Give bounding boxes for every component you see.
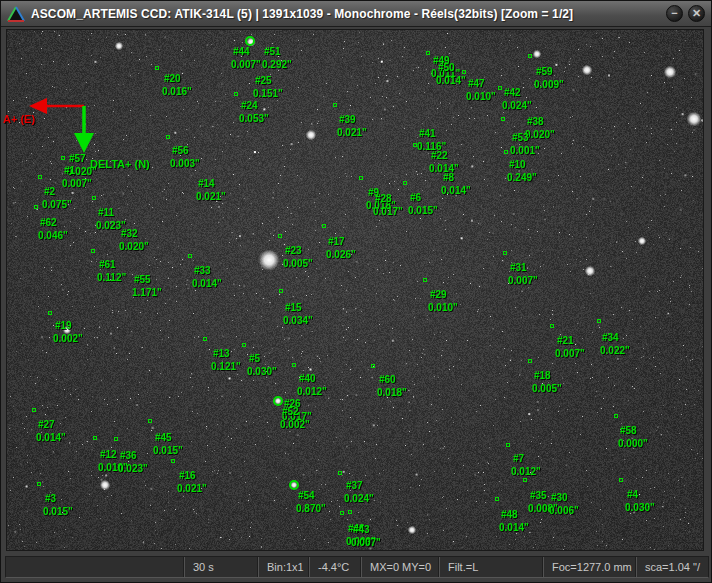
- star-label: #50: [438, 62, 455, 73]
- north-arrow-label: DELTA+ (N): [90, 158, 150, 170]
- star-marker: [279, 289, 283, 293]
- star-marker: [203, 337, 207, 341]
- star-value: 0.024": [344, 493, 374, 504]
- window-title: ASCOM_ARTEMIS CCD: ATIK-314L (5) | 1391x…: [31, 7, 573, 21]
- star-marker: [371, 364, 375, 368]
- star-circle-marker: [245, 36, 255, 46]
- star-marker: [359, 176, 363, 180]
- star-label: #21: [557, 335, 574, 346]
- star-marker: [38, 175, 42, 179]
- star-label: #62: [40, 217, 57, 228]
- star-label: #59: [536, 66, 553, 77]
- star-value: 0.022": [600, 345, 630, 356]
- star-label: #24: [241, 100, 258, 111]
- star-label: #10: [509, 159, 526, 170]
- star-label: #32: [121, 228, 138, 239]
- star-value: 0.014": [499, 522, 529, 533]
- star-label: #40: [299, 373, 316, 384]
- star-label: #14: [198, 178, 215, 189]
- star-value: 0.021": [337, 127, 367, 138]
- status-bar: 30 s Bin:1x1 -4.4°C MX=0 MY=0 Filt.=L Fo…: [5, 556, 709, 578]
- star-value: 0.015": [153, 445, 183, 456]
- star-label: #61: [99, 259, 116, 270]
- star-value: 0.021": [177, 483, 207, 494]
- star-label: #16: [179, 470, 196, 481]
- star-label: #11: [98, 207, 114, 218]
- star-value: 0.034": [283, 315, 313, 326]
- star-value: 0.020": [525, 129, 555, 140]
- status-pixel-scale: sca=1.04 "/: [636, 557, 708, 577]
- star-value: 0.000": [618, 438, 648, 449]
- star-value: 0.010": [428, 302, 458, 313]
- star-marker: [498, 86, 502, 90]
- star-value: 0.121": [211, 361, 241, 372]
- ccd-image-viewport[interactable]: A+ (E) DELTA+ (N) #440.007"#510.292"#200…: [6, 29, 704, 551]
- star-label: #33: [194, 265, 211, 276]
- star-marker: [37, 482, 41, 486]
- east-arrow-label: A+ (E): [3, 113, 35, 125]
- title-bar[interactable]: ASCOM_ARTEMIS CCD: ATIK-314L (5) | 1391x…: [1, 1, 711, 27]
- star-value: 0.017": [373, 206, 403, 217]
- minimize-button[interactable]: −: [666, 5, 683, 22]
- star-label: #29: [430, 289, 447, 300]
- star-marker: [506, 443, 510, 447]
- star-marker: [92, 196, 96, 200]
- star-marker: [242, 343, 246, 347]
- star-label: #44: [233, 46, 250, 57]
- star-label: #27: [38, 419, 55, 430]
- star-value: 0.020": [119, 241, 149, 252]
- star-label: #8: [443, 172, 454, 183]
- star-value: 0.002": [280, 419, 310, 430]
- star-label: #41: [419, 128, 436, 139]
- star-value: 0.007": [62, 178, 92, 189]
- status-temperature: -4.4°C: [309, 557, 361, 577]
- star-label: #1: [64, 165, 75, 176]
- star-circle-marker: [273, 396, 283, 406]
- star-marker: [619, 478, 623, 482]
- star-label: #20: [164, 73, 181, 84]
- star-value: 0.024": [502, 100, 532, 111]
- star-marker: [32, 408, 36, 412]
- star-value: 0.005": [283, 258, 313, 269]
- star-marker: [426, 51, 430, 55]
- star-value: 0.014": [441, 185, 471, 196]
- star-label: #13: [213, 348, 230, 359]
- star-label: #57: [69, 153, 86, 164]
- star-value: 0.014": [36, 432, 66, 443]
- star-label: #3: [45, 493, 56, 504]
- star-value: 0.005": [532, 383, 562, 394]
- star-marker: [501, 117, 505, 121]
- star-value: 0.016": [162, 86, 192, 97]
- star-label: #7: [513, 453, 524, 464]
- star-value: 0.075": [42, 199, 72, 210]
- close-button[interactable]: ✕: [688, 5, 705, 22]
- star-label: #30: [551, 492, 568, 503]
- star-label: #56: [172, 145, 189, 156]
- star-value: 0.006": [549, 505, 579, 516]
- star-value: 0.007": [351, 537, 381, 548]
- star-marker: [148, 419, 152, 423]
- star-value: 0.112": [97, 272, 126, 283]
- star-value: 0.018": [377, 387, 407, 398]
- star-label: #48: [501, 509, 518, 520]
- star-value: 0.001": [510, 145, 540, 156]
- star-marker: [550, 324, 554, 328]
- status-filter: Filt.=L: [439, 557, 543, 577]
- star-marker: [523, 478, 527, 482]
- status-exposure: 30 s: [184, 557, 258, 577]
- star-label: #52: [282, 406, 299, 417]
- star-value: 0.009": [534, 79, 564, 90]
- star-label: #19: [55, 320, 72, 331]
- star-label: #53: [512, 132, 529, 143]
- star-label: #58: [620, 425, 637, 436]
- star-value: 0.007": [231, 59, 261, 70]
- star-marker: [93, 436, 97, 440]
- star-label: #12: [100, 449, 117, 460]
- star-marker: [462, 70, 466, 74]
- star-marker: [166, 135, 170, 139]
- star-label: #47: [468, 78, 485, 89]
- star-marker: [61, 156, 65, 160]
- star-label: #5: [249, 353, 260, 364]
- star-label: #39: [339, 114, 356, 125]
- star-label: #15: [285, 302, 302, 313]
